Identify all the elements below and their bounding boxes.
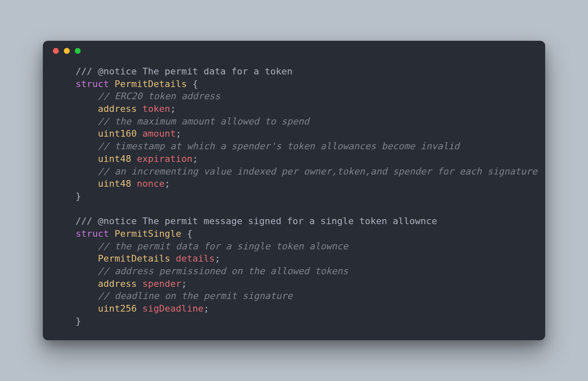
type: uint256 <box>98 303 137 314</box>
type: address <box>98 103 137 114</box>
type-name: PermitSingle <box>115 228 181 239</box>
type: uint48 <box>98 178 131 189</box>
field-name: expiration <box>137 153 192 164</box>
type-name: PermitDetails <box>115 79 187 89</box>
keyword-struct: struct <box>76 79 109 89</box>
minimize-icon[interactable] <box>64 48 70 54</box>
field-name: nonce <box>137 178 165 189</box>
comment: // address permissioned on the allowed t… <box>98 266 348 276</box>
semicolon: ; <box>215 253 220 264</box>
semicolon: ; <box>181 278 187 289</box>
code-block: /// @notice The permit data for a token … <box>43 61 545 327</box>
window-titlebar <box>43 41 545 61</box>
comment: // timestamp at which a spender's token … <box>98 141 459 151</box>
type: uint160 <box>98 128 137 139</box>
semicolon: ; <box>204 303 209 314</box>
brace: } <box>76 316 81 326</box>
comment: // deadline on the permit signature <box>98 291 293 301</box>
code-window: /// @notice The permit data for a token … <box>43 41 545 340</box>
semicolon: ; <box>192 153 198 164</box>
type: PermitDetails <box>98 253 170 264</box>
field-name: details <box>176 253 215 264</box>
field-name: spender <box>142 278 181 289</box>
field-name: sigDeadline <box>142 303 204 314</box>
brace: { <box>181 228 193 239</box>
brace: } <box>76 191 81 201</box>
semicolon: ; <box>165 178 170 189</box>
comment: // ERC20 token address <box>98 91 220 101</box>
comment: // the maximum amount allowed to spend <box>98 116 309 127</box>
close-icon[interactable] <box>53 48 59 54</box>
doc-comment: /// @notice The permit message signed fo… <box>76 216 437 226</box>
keyword-struct: struct <box>76 228 109 239</box>
comment: // an incrementing value indexed per own… <box>98 166 537 177</box>
comment: // the permit data for a single token al… <box>98 241 348 251</box>
brace: { <box>187 79 198 89</box>
type: address <box>98 278 137 289</box>
type: uint48 <box>98 153 131 164</box>
semicolon: ; <box>170 103 176 114</box>
field-name: amount <box>142 128 176 139</box>
semicolon: ; <box>176 128 181 139</box>
doc-comment: /// @notice The permit data for a token <box>76 66 293 77</box>
field-name: token <box>142 103 170 114</box>
maximize-icon[interactable] <box>75 48 81 54</box>
